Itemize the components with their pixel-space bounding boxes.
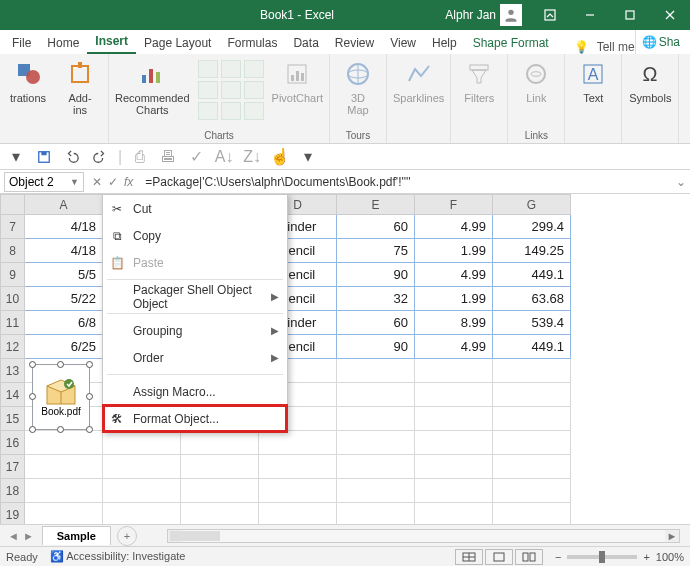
cell[interactable] bbox=[493, 479, 571, 503]
cell[interactable]: 60 bbox=[337, 215, 415, 239]
cell[interactable] bbox=[415, 431, 493, 455]
cell[interactable] bbox=[181, 431, 259, 455]
row-header[interactable]: 18 bbox=[1, 479, 25, 503]
print-preview-icon[interactable]: 🖶 bbox=[158, 147, 178, 167]
row-header[interactable]: 19 bbox=[1, 503, 25, 525]
zoom-slider[interactable] bbox=[567, 555, 637, 559]
row-header[interactable]: 12 bbox=[1, 335, 25, 359]
cell[interactable] bbox=[337, 407, 415, 431]
filters-button[interactable]: Filters bbox=[457, 60, 501, 104]
cell[interactable] bbox=[181, 455, 259, 479]
resize-handle[interactable] bbox=[29, 361, 36, 368]
cell[interactable] bbox=[493, 407, 571, 431]
cell[interactable] bbox=[415, 359, 493, 383]
text-button[interactable]: A Text bbox=[571, 60, 615, 104]
sparklines-button[interactable]: Sparklines bbox=[393, 60, 444, 104]
cell[interactable]: 149.25 bbox=[493, 239, 571, 263]
close-button[interactable] bbox=[650, 0, 690, 30]
cell[interactable] bbox=[415, 407, 493, 431]
cell[interactable] bbox=[337, 431, 415, 455]
cell[interactable]: 60 bbox=[337, 311, 415, 335]
resize-handle[interactable] bbox=[86, 426, 93, 433]
cell[interactable]: 32 bbox=[337, 287, 415, 311]
tab-view[interactable]: View bbox=[382, 32, 424, 54]
tab-shape-format[interactable]: Shape Format bbox=[465, 32, 557, 54]
cell[interactable]: 63.68 bbox=[493, 287, 571, 311]
zoom-in-button[interactable]: + bbox=[643, 551, 649, 563]
cell[interactable]: 5/5 bbox=[25, 263, 103, 287]
context-menu-item[interactable]: 🛠Format Object... bbox=[103, 405, 287, 432]
pivotchart-button[interactable]: PivotChart bbox=[272, 60, 323, 104]
column-header[interactable]: F bbox=[415, 195, 493, 215]
resize-handle[interactable] bbox=[29, 426, 36, 433]
addins-button[interactable]: Add- ins bbox=[58, 60, 102, 116]
cell[interactable] bbox=[415, 383, 493, 407]
tab-page-layout[interactable]: Page Layout bbox=[136, 32, 219, 54]
row-header[interactable]: 8 bbox=[1, 239, 25, 263]
accessibility-status[interactable]: ♿ Accessibility: Investigate bbox=[50, 550, 186, 563]
context-menu-item[interactable]: ⧉Copy bbox=[103, 222, 287, 249]
scroll-right-icon[interactable]: ► bbox=[665, 530, 679, 542]
cell[interactable] bbox=[259, 503, 337, 525]
column-header[interactable]: A bbox=[25, 195, 103, 215]
row-header[interactable]: 9 bbox=[1, 263, 25, 287]
cell[interactable] bbox=[103, 479, 181, 503]
cell[interactable] bbox=[25, 479, 103, 503]
lightbulb-icon[interactable]: 💡 bbox=[573, 40, 591, 54]
resize-handle[interactable] bbox=[86, 393, 93, 400]
column-header[interactable]: E bbox=[337, 195, 415, 215]
row-header[interactable]: 14 bbox=[1, 383, 25, 407]
cell[interactable]: 5/22 bbox=[25, 287, 103, 311]
cell[interactable]: 4.99 bbox=[415, 215, 493, 239]
tab-help[interactable]: Help bbox=[424, 32, 465, 54]
name-box-dropdown-icon[interactable]: ▼ bbox=[70, 177, 79, 187]
fx-icon[interactable]: fx bbox=[124, 175, 133, 189]
ribbon-display-options-button[interactable] bbox=[530, 0, 570, 30]
symbols-button[interactable]: Ω Symbols bbox=[628, 60, 672, 104]
spelling-icon[interactable]: ✓ bbox=[186, 147, 206, 167]
3d-map-button[interactable]: 3D Map bbox=[336, 60, 380, 116]
page-break-view-button[interactable] bbox=[515, 549, 543, 565]
horizontal-scrollbar[interactable]: ◄ ► bbox=[167, 529, 680, 543]
cell[interactable] bbox=[181, 503, 259, 525]
cell[interactable] bbox=[337, 359, 415, 383]
undo-button[interactable] bbox=[62, 147, 82, 167]
cell[interactable]: 4/18 bbox=[25, 215, 103, 239]
row-header[interactable]: 10 bbox=[1, 287, 25, 311]
resize-handle[interactable] bbox=[29, 393, 36, 400]
cell[interactable] bbox=[25, 431, 103, 455]
resize-handle[interactable] bbox=[86, 361, 93, 368]
expand-formula-bar-icon[interactable]: ⌄ bbox=[672, 175, 690, 189]
context-menu-item[interactable]: Order▶ bbox=[103, 344, 287, 371]
tab-data[interactable]: Data bbox=[285, 32, 326, 54]
cell[interactable] bbox=[493, 455, 571, 479]
cell[interactable]: 299.4 bbox=[493, 215, 571, 239]
resize-handle[interactable] bbox=[57, 426, 64, 433]
enter-formula-icon[interactable]: ✓ bbox=[108, 175, 118, 189]
tab-formulas[interactable]: Formulas bbox=[219, 32, 285, 54]
cell[interactable]: 4.99 bbox=[415, 335, 493, 359]
zoom-level[interactable]: 100% bbox=[656, 551, 684, 563]
worksheet-grid[interactable]: ABCDEFG74/18Binder604.99299.484/18wsPenc… bbox=[0, 194, 690, 524]
cell[interactable] bbox=[103, 503, 181, 525]
cell[interactable] bbox=[25, 503, 103, 525]
formula-input[interactable]: =Package|'C:\Users\alphr\Documents\Book.… bbox=[141, 175, 672, 189]
cell[interactable]: 4.99 bbox=[415, 263, 493, 287]
sort-asc-icon[interactable]: A↓ bbox=[214, 147, 234, 167]
redo-button[interactable] bbox=[90, 147, 110, 167]
cell[interactable]: 449.1 bbox=[493, 263, 571, 287]
new-sheet-button[interactable]: + bbox=[117, 526, 137, 546]
scroll-thumb[interactable] bbox=[170, 531, 220, 541]
tab-file[interactable]: File bbox=[4, 32, 39, 54]
cell[interactable] bbox=[415, 479, 493, 503]
cell[interactable] bbox=[337, 479, 415, 503]
row-header[interactable]: 11 bbox=[1, 311, 25, 335]
cell[interactable]: 6/25 bbox=[25, 335, 103, 359]
quick-print-icon[interactable]: ⎙ bbox=[130, 147, 150, 167]
share-button[interactable]: 🌐 Sha bbox=[635, 30, 686, 54]
context-menu-item[interactable]: Assign Macro... bbox=[103, 378, 287, 405]
cell[interactable] bbox=[415, 455, 493, 479]
qat-dropdown-icon[interactable]: ▾ bbox=[6, 147, 26, 167]
cell[interactable] bbox=[415, 503, 493, 525]
cell[interactable]: 6/8 bbox=[25, 311, 103, 335]
